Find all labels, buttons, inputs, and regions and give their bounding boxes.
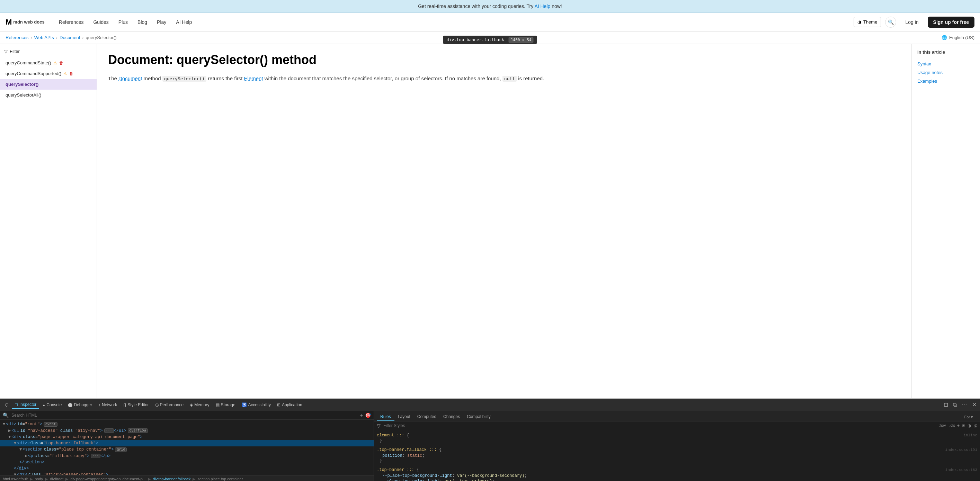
breadcrumb-references[interactable]: References xyxy=(6,35,29,40)
warn-icon-2: ⚠ xyxy=(64,71,67,76)
css-selector: element ::: { inline xyxy=(377,433,977,438)
css-tab-for[interactable]: For▼ xyxy=(961,414,977,421)
network-icon: ↕ xyxy=(99,402,100,407)
filter-label: Filter xyxy=(10,49,20,54)
expand-arrow: ▼ xyxy=(14,472,16,475)
css-filter-input[interactable] xyxy=(383,423,936,428)
ai-help-link[interactable]: AI Help xyxy=(535,3,550,9)
breadcrumb-document[interactable]: Document xyxy=(60,35,80,40)
html-tree-row-selected[interactable]: ▼ <div class="top-banner fallback" > xyxy=(0,440,374,446)
html-tree-row[interactable]: </div> xyxy=(0,465,374,471)
theme-button[interactable]: ◑ Theme xyxy=(854,17,881,27)
css-rule-top-banner: .top-banner ::: { index.scss:163 --place… xyxy=(374,466,980,481)
nav-play[interactable]: Play xyxy=(153,17,170,27)
del-icon-2: 🗑 xyxy=(69,71,73,76)
banner-text: Get real-time assistance with your codin… xyxy=(418,3,535,9)
css-hov-button[interactable]: :hov xyxy=(939,423,946,428)
devtools-inspector-tab[interactable]: ◻ Inspector xyxy=(12,401,39,409)
css-add-button[interactable]: + xyxy=(957,423,959,428)
devtools-console-tab[interactable]: ⬥ Console xyxy=(40,401,64,409)
breadcrumb-web-apis[interactable]: Web APIs xyxy=(34,35,54,40)
element-link[interactable]: Element xyxy=(244,75,263,81)
nav-ai-help[interactable]: AI Help xyxy=(172,17,195,27)
css-tab-computed[interactable]: Computed xyxy=(414,413,440,421)
html-breadcrumb-path: html.os-default ▶ body ▶ div#root ▶ div.… xyxy=(0,475,374,481)
filter-icon: ▽ xyxy=(4,49,8,54)
sidebar-item-queryCommandState[interactable]: queryCommandState() ⚠ 🗑 xyxy=(0,57,97,68)
login-button[interactable]: Log in xyxy=(900,17,923,27)
document-link[interactable]: Document xyxy=(118,75,142,81)
devtools-memory-tab[interactable]: ◈ Memory xyxy=(187,401,212,409)
devtools-more-button[interactable]: ⋯ xyxy=(960,401,969,409)
right-nav: In this article Syntax Usage notes Examp… xyxy=(911,44,980,398)
devtools-debugger-tab[interactable]: ⬤ Debugger xyxy=(65,401,95,409)
sidebar-item-querySelector[interactable]: querySelector() xyxy=(0,79,97,90)
css-tabs: Rules Layout Computed Changes Compatibil… xyxy=(374,411,980,421)
nav-references[interactable]: References xyxy=(56,17,87,27)
css-cls-button[interactable]: .cls xyxy=(949,423,955,428)
html-tree-row[interactable]: ▼ <section class="place top container" >… xyxy=(0,446,374,452)
devtools-application-tab[interactable]: ⊞ Application xyxy=(274,401,305,409)
filter-bar: ▽ Filter xyxy=(0,47,97,57)
css-tab-rules[interactable]: Rules xyxy=(377,413,395,421)
nav-blog[interactable]: Blog xyxy=(134,17,151,27)
devtools-close-button[interactable]: ✕ xyxy=(970,401,978,409)
left-sidebar: ▽ Filter queryCommandState() ⚠ 🗑 queryCo… xyxy=(0,44,97,398)
warn-icon: ⚠ xyxy=(53,60,57,65)
css-dark-button[interactable]: ◑ xyxy=(967,423,971,428)
css-tab-compatibility[interactable]: Compatibility xyxy=(463,413,494,421)
sidebar-item-querySelectorAll[interactable]: querySelectorAll() xyxy=(0,90,97,100)
html-tree: ▼ <div id="root" > event ▶ <ul id="nav-a… xyxy=(0,420,374,475)
html-tree-row[interactable]: </section> xyxy=(0,459,374,465)
css-tab-layout[interactable]: Layout xyxy=(395,413,414,421)
search-icon: 🔍 xyxy=(888,19,894,25)
cursor-icon: ⬡ xyxy=(5,402,8,407)
search-button[interactable]: 🔍 xyxy=(885,17,896,28)
html-tree-row[interactable]: ▶ <p class="fallback-copy" > ··· </p> xyxy=(0,452,374,459)
expand-arrow: ▶ xyxy=(8,428,11,433)
event-badge: event xyxy=(44,422,57,427)
devtools-accessibility-tab[interactable]: ♿ Accessibility xyxy=(239,401,274,409)
add-node-button[interactable]: + xyxy=(360,413,363,418)
devtools-undock-button[interactable]: ⧉ xyxy=(951,401,958,409)
devtools-network-tab[interactable]: ↕ Network xyxy=(95,401,120,409)
right-nav-usage[interactable]: Usage notes xyxy=(917,68,974,77)
site-logo[interactable]: M mdn web docs_ xyxy=(6,17,47,27)
right-nav-title: In this article xyxy=(917,49,974,55)
css-tab-changes[interactable]: Changes xyxy=(440,413,463,421)
css-rules: element ::: { inline } .top-banner.fallb… xyxy=(374,430,980,481)
expand-arrow: ▼ xyxy=(3,422,5,427)
banner-text-after: now! xyxy=(550,3,562,9)
html-tree-row[interactable]: ▼ <div class="page-wrapper category-api … xyxy=(0,434,374,440)
right-nav-examples[interactable]: Examples xyxy=(917,77,974,86)
devtools-performance-tab[interactable]: ◷ Performance xyxy=(153,401,187,409)
pick-element-button[interactable]: 🎯 xyxy=(365,413,371,418)
html-search-input[interactable] xyxy=(11,413,357,418)
application-icon: ⊞ xyxy=(277,402,280,407)
devtools-dock-button[interactable]: ⊡ xyxy=(942,401,950,409)
nav-bar: M mdn web docs_ References Guides Plus B… xyxy=(0,13,980,32)
html-tree-row[interactable]: ▶ <ul id="nav-access" class="a11y-nav" >… xyxy=(0,427,374,434)
expand-arrow: ▼ xyxy=(8,435,11,440)
devtools-style-editor-tab[interactable]: {} Style Editor xyxy=(121,401,151,409)
sidebar-item-label: queryCommandState() xyxy=(6,60,51,65)
logo-text: mdn web docs_ xyxy=(13,19,47,25)
css-light-button[interactable]: ☀ xyxy=(962,423,966,428)
html-tree-row[interactable]: ▼ <div id="root" > event xyxy=(0,421,374,427)
html-tree-row[interactable]: ▼ <div class="sticky-header-container" > xyxy=(0,471,374,475)
css-selector: .top-banner ::: { index.scss:163 xyxy=(377,468,977,472)
sidebar-item-queryCommandSupported[interactable]: queryCommandSupported() ⚠ 🗑 xyxy=(0,68,97,79)
signup-button[interactable]: Sign up for free xyxy=(928,17,974,28)
nav-plus[interactable]: Plus xyxy=(115,17,131,27)
logo-m: M xyxy=(6,17,12,27)
accessibility-icon: ♿ xyxy=(242,402,247,407)
breadcrumb-locale[interactable]: 🌐 English (US) xyxy=(942,35,974,40)
devtools-storage-tab[interactable]: ▤ Storage xyxy=(213,401,238,409)
css-panel: Rules Layout Computed Changes Compatibil… xyxy=(374,411,980,481)
css-print-button[interactable]: 🖨 xyxy=(973,423,977,428)
element-size-badge: 1400 × 54 xyxy=(509,37,534,43)
devtools-cursor-tool[interactable]: ⬡ xyxy=(2,401,11,409)
nav-guides[interactable]: Guides xyxy=(90,17,112,27)
right-nav-syntax[interactable]: Syntax xyxy=(917,60,974,68)
html-panel: 🔍 + 🎯 ▼ <div id="root" > event xyxy=(0,411,374,481)
